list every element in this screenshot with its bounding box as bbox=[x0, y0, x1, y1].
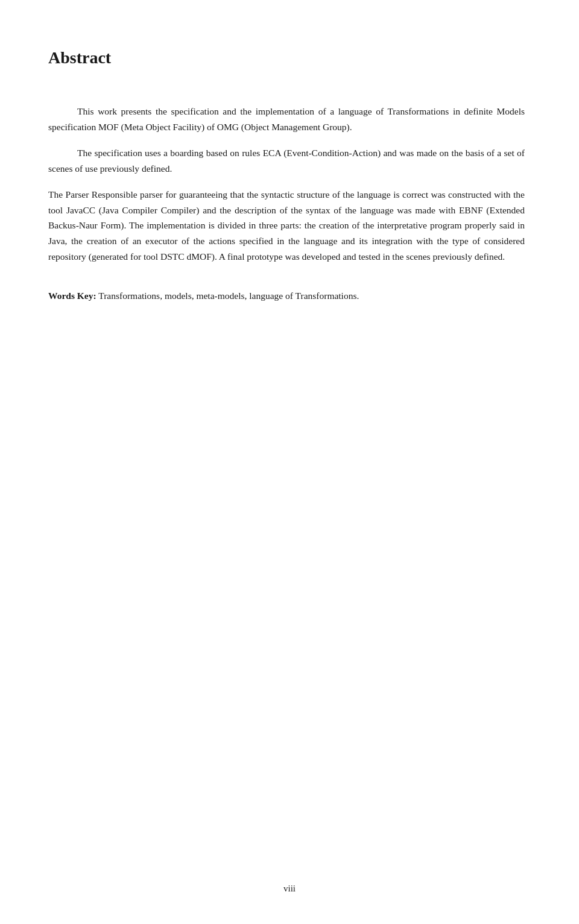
page-number: viii bbox=[283, 884, 296, 894]
paragraph-3: The Parser Responsible parser for guaran… bbox=[48, 187, 525, 264]
paragraph-2-text: The specification uses a boarding based … bbox=[48, 148, 525, 174]
keywords-text: Transformations, models, meta-models, la… bbox=[96, 291, 359, 301]
paragraph-3-text: The Parser Responsible parser for guaran… bbox=[48, 189, 525, 261]
page-title: Abstract bbox=[48, 48, 525, 68]
indent-space-2 bbox=[48, 145, 77, 161]
page: Abstract This work presents the specific… bbox=[0, 0, 579, 924]
paragraph-2: The specification uses a boarding based … bbox=[48, 145, 525, 176]
paragraph-1: This work presents the specification and… bbox=[48, 104, 525, 134]
paragraph-1-text: This work presents the specification and… bbox=[48, 106, 525, 132]
keywords-label: Words Key: bbox=[48, 291, 96, 301]
indent-space bbox=[48, 104, 77, 119]
keywords-section: Words Key: Transformations, models, meta… bbox=[48, 288, 525, 304]
